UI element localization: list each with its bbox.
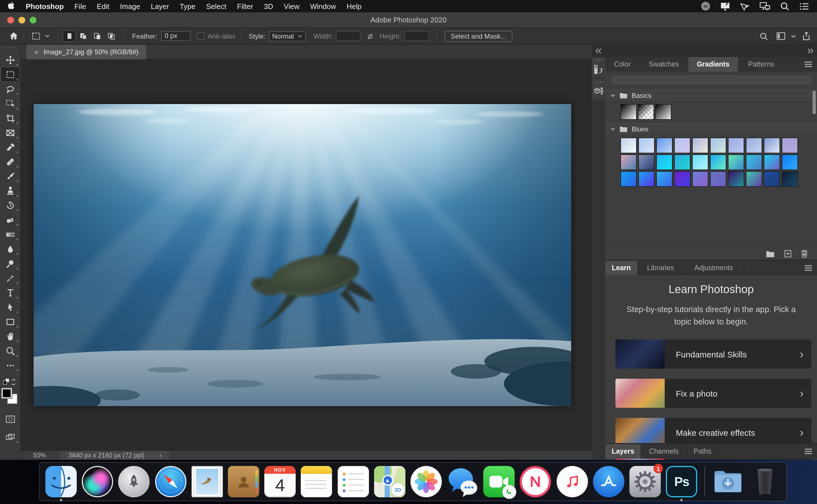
gradient-swatch-blues-r1c5[interactable] xyxy=(692,138,708,153)
menu-photoshop[interactable]: Photoshop xyxy=(26,2,64,10)
gradient-swatch-blues-r1c2[interactable] xyxy=(639,138,655,153)
home-icon[interactable] xyxy=(9,28,18,44)
menu-view[interactable]: View xyxy=(284,2,300,10)
document-tab[interactable]: × Image_27.jpg @ 50% (RGB/8#) xyxy=(26,45,146,59)
delete-trash-icon[interactable] xyxy=(801,249,808,258)
edit-toolbar-tool[interactable] xyxy=(1,358,19,373)
dock-mail[interactable] xyxy=(191,466,223,497)
menu-file[interactable]: File xyxy=(74,2,86,10)
panel-menu-icon[interactable] xyxy=(804,448,813,454)
canvas-pasteboard[interactable] xyxy=(21,59,592,450)
learn-card-fix-a-photo[interactable]: Fix a photo› xyxy=(616,379,811,408)
gradient-swatch-blues-r1c8[interactable] xyxy=(746,138,762,153)
collapse-panels-icon[interactable] xyxy=(595,48,601,54)
gradient-swatch-blues-r3c6[interactable] xyxy=(710,171,726,187)
dock-news[interactable] xyxy=(520,466,551,497)
dock-notes[interactable] xyxy=(301,466,332,497)
new-group-folder-icon[interactable] xyxy=(766,250,775,258)
rectangle-shape-tool[interactable] xyxy=(1,314,19,329)
object-selection-tool[interactable] xyxy=(1,96,19,111)
new-selection-button[interactable] xyxy=(63,30,76,42)
panel-tab-patterns[interactable]: Patterns xyxy=(739,57,785,72)
gradient-swatch-basics-3[interactable] xyxy=(655,104,672,120)
menu-window[interactable]: Window xyxy=(310,2,336,10)
gradient-swatch-blues-r1c3[interactable] xyxy=(656,138,673,153)
subtract-from-selection-button[interactable] xyxy=(91,30,104,42)
control-list-icon[interactable] xyxy=(799,2,809,10)
dock-system-preferences[interactable]: 1 xyxy=(630,466,661,497)
feather-input[interactable] xyxy=(161,31,190,41)
gradient-swatch-blues-r2c6[interactable] xyxy=(710,154,726,170)
intersect-selection-button[interactable] xyxy=(105,30,117,42)
expand-panels-icon[interactable] xyxy=(807,48,814,54)
gradient-swatch-blues-r2c5[interactable] xyxy=(692,154,708,170)
screen-mode-button[interactable] xyxy=(1,430,19,444)
style-dropdown[interactable]: Normal xyxy=(269,31,306,41)
crop-tool[interactable] xyxy=(1,111,19,125)
dock-messages[interactable] xyxy=(447,466,478,497)
path-selection-tool[interactable] xyxy=(1,300,19,314)
panel-menu-icon[interactable] xyxy=(804,61,813,67)
menu-edit[interactable]: Edit xyxy=(97,2,109,10)
spot-healing-brush-tool[interactable] xyxy=(1,154,19,169)
rectangular-marquee-tool[interactable] xyxy=(1,67,19,82)
gradient-swatch-blues-r3c9[interactable] xyxy=(764,171,780,187)
gradient-swatch-blues-r3c4[interactable] xyxy=(674,171,691,187)
eraser-tool[interactable] xyxy=(1,213,19,227)
panel-tab-layers[interactable]: Layers xyxy=(605,444,641,459)
panel-tab-color[interactable]: Color xyxy=(605,57,640,72)
menu-3d[interactable]: 3D xyxy=(264,2,273,10)
default-and-swap-colors[interactable] xyxy=(0,378,20,386)
gradient-swatch-blues-r2c8[interactable] xyxy=(746,154,762,170)
gradient-swatch-blues-r3c8[interactable] xyxy=(746,171,762,187)
gradient-swatch-blues-r2c3[interactable] xyxy=(656,154,673,170)
foreground-color-swatch[interactable] xyxy=(2,388,12,398)
eyedropper-tool[interactable] xyxy=(1,140,19,154)
dock-reminders[interactable] xyxy=(337,466,369,497)
gradient-swatch-blues-r3c10[interactable] xyxy=(782,171,798,187)
panel-tab-channels[interactable]: Channels xyxy=(641,444,687,459)
dock-facetime[interactable] xyxy=(483,466,515,497)
dock-downloads[interactable] xyxy=(713,466,744,497)
new-gradient-icon[interactable] xyxy=(784,249,792,258)
close-document-icon[interactable]: × xyxy=(34,48,38,56)
collapsed-history-panel[interactable] xyxy=(592,57,605,78)
zoom-window-button[interactable] xyxy=(30,17,36,23)
gradient-tool[interactable] xyxy=(1,227,19,242)
gradient-swatch-blues-r1c4[interactable] xyxy=(674,138,691,153)
add-to-selection-button[interactable] xyxy=(77,30,90,42)
menu-layer[interactable]: Layer xyxy=(151,2,169,10)
tool-preset-marquee[interactable] xyxy=(31,28,50,44)
hand-tool[interactable] xyxy=(1,329,19,343)
canvas-photo[interactable] xyxy=(34,104,571,406)
height-input[interactable] xyxy=(404,31,429,41)
history-brush-tool[interactable] xyxy=(1,198,19,213)
document-dimensions[interactable]: 3840 px x 2160 px (72 ppi) › xyxy=(60,451,169,460)
gradient-swatch-blues-r2c10[interactable] xyxy=(782,154,798,170)
gradient-swatch-blues-r3c3[interactable] xyxy=(656,171,673,187)
dock-contacts[interactable] xyxy=(228,466,259,497)
gradient-swatch-blues-r1c1[interactable] xyxy=(621,138,637,153)
panel-tab-swatches[interactable]: Swatches xyxy=(640,57,688,72)
panel-tab-adjustments[interactable]: Adjustments xyxy=(684,261,744,275)
panel-tab-learn[interactable]: Learn xyxy=(605,261,638,275)
apple-menu-icon[interactable] xyxy=(8,2,16,11)
gradient-swatch-blues-r2c4[interactable] xyxy=(674,154,691,170)
menu-select[interactable]: Select xyxy=(206,2,226,10)
learn-card-make-creative-effects[interactable]: Make creative effects› xyxy=(616,418,811,447)
panel-tab-gradients[interactable]: Gradients xyxy=(688,57,739,72)
gradient-swatch-blues-r3c5[interactable] xyxy=(692,171,708,187)
move-tool[interactable] xyxy=(1,53,19,67)
type-tool[interactable] xyxy=(1,285,19,300)
dock-app-store[interactable] xyxy=(593,466,625,497)
frame-tool[interactable] xyxy=(1,125,19,140)
dock-launchpad[interactable] xyxy=(118,466,150,497)
anti-alias-checkbox-group[interactable]: Anti-alias xyxy=(197,28,236,44)
gradient-swatch-blues-r2c1[interactable] xyxy=(621,154,637,170)
brush-tool[interactable] xyxy=(1,169,19,183)
panel-tab-paths[interactable]: Paths xyxy=(687,444,719,459)
gradient-swatch-blues-r2c2[interactable] xyxy=(639,154,655,170)
gradients-search-field[interactable] xyxy=(611,75,811,85)
workspace-switcher-icon[interactable] xyxy=(776,28,786,44)
dock-trash[interactable] xyxy=(749,466,781,497)
